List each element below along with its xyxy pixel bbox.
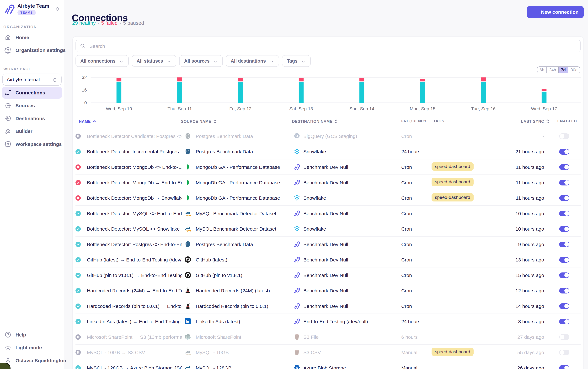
organization-nav: HomeOrganization settings: [0, 31, 64, 56]
sidebar-item-organization-settings[interactable]: Organization settings: [2, 44, 62, 56]
table-row[interactable]: LinkedIn Ads (latest) → End-to-End Testi…: [75, 314, 581, 329]
enabled-toggle[interactable]: [559, 319, 569, 324]
enabled-toggle[interactable]: [559, 195, 569, 201]
filter-dropdown-tags[interactable]: Tags: [282, 55, 311, 67]
source-name: MongoDb GA - Performance Database: [196, 164, 288, 170]
table-row[interactable]: Bottleneck Detector: MongoDb → End-to-En…: [75, 175, 581, 190]
connection-name[interactable]: Bottleneck Detector: MongoDb → End-to-En…: [87, 180, 182, 185]
sidebar-item-workspace-settings[interactable]: Workspace settings: [2, 138, 62, 150]
connection-name[interactable]: Bottleneck Detector: MySQL <> End-to-End…: [87, 211, 182, 216]
table-row[interactable]: Bottleneck Detector: MySQL <> End-to-End…: [75, 206, 581, 221]
connection-name[interactable]: LinkedIn Ads (latest) → End-to-End Testi…: [87, 319, 182, 324]
enabled-toggle[interactable]: [559, 242, 569, 247]
sidebar-item-connections[interactable]: Connections: [2, 87, 62, 99]
sidebar-item-label: Help: [16, 332, 26, 338]
enabled-toggle[interactable]: [559, 211, 569, 216]
destination-name: Snowflake: [303, 226, 396, 232]
connection-name[interactable]: GitHub (latest) → End-to-End Testing (/d…: [87, 257, 182, 263]
hardcoded-icon: [184, 287, 191, 294]
table-row[interactable]: Bottleneck Detector: Postgres <> End-to-…: [75, 236, 581, 252]
sidebar-item-builder[interactable]: Builder: [2, 125, 62, 137]
column-label: NAME: [79, 119, 91, 124]
connection-name[interactable]: MySQL - 128GB → Azure Blob Storage JSOn …: [87, 365, 182, 369]
connection-name[interactable]: Hardcoded Records (24M) → End-to-End Te.…: [87, 288, 182, 294]
column-header-destination-name[interactable]: DESTINATION NAME: [292, 119, 338, 124]
time-range-30d[interactable]: 30d: [568, 67, 580, 73]
connection-name[interactable]: Microsoft SharePoint → S3 (13mb performa…: [87, 334, 182, 340]
frequency: Cron: [401, 195, 431, 201]
table-row[interactable]: GitHub (latest) → End-to-End Testing (/d…: [75, 252, 581, 268]
enabled-toggle[interactable]: [559, 334, 569, 340]
filter-dropdown-all-connections[interactable]: All connections: [75, 55, 129, 67]
enabled-toggle[interactable]: [559, 180, 569, 185]
sidebar-item-octavia-squiddington[interactable]: Octavia Squiddington: [2, 355, 62, 366]
enabled-toggle[interactable]: [559, 349, 569, 355]
column-header-last-sync[interactable]: LAST SYNC: [521, 119, 550, 124]
time-range-24h[interactable]: 24h: [547, 67, 558, 73]
new-connection-button[interactable]: New connection: [527, 6, 584, 18]
connection-name[interactable]: Bottleneck Detector: Postgres <> End-to-…: [87, 242, 182, 247]
frequency: Cron: [401, 288, 431, 294]
sidebar-item-sources[interactable]: Sources: [2, 100, 62, 112]
connections-card: All connectionsAll statusesAll sourcesAl…: [72, 36, 584, 369]
table-row[interactable]: Bottleneck Detector: MongoDb → Snowflake…: [75, 190, 581, 206]
gear-icon: [5, 141, 11, 147]
connection-name[interactable]: Bottleneck Detector: MongoDb <> End-to-E…: [87, 164, 182, 170]
airbyte-logo-icon: [4, 3, 15, 15]
destination-icon: [5, 115, 11, 122]
enabled-toggle[interactable]: [559, 288, 569, 294]
sidebar-item-destinations[interactable]: Destinations: [2, 113, 62, 124]
time-range-7d[interactable]: 7d: [558, 67, 568, 73]
last-sync: 26 days ago: [488, 365, 544, 369]
filter-dropdown-all-destinations[interactable]: All destinations: [226, 55, 279, 67]
table-row[interactable]: Bottleneck Detector Candidate: Postgres …: [75, 129, 581, 144]
column-header-source-name[interactable]: SOURCE NAME: [181, 119, 217, 124]
enabled-toggle[interactable]: [559, 365, 569, 369]
organization-section-label: ORGANIZATION: [3, 25, 64, 29]
connection-name[interactable]: MySQL - 10GB → S3 CSV: [87, 349, 182, 355]
destination-name: Azure Blob Storage: [303, 365, 396, 369]
enabled-toggle[interactable]: [559, 149, 569, 154]
enabled-toggle[interactable]: [559, 303, 569, 309]
connection-name[interactable]: Hardcoded Records (pin to 0.0.1) → End-t…: [87, 303, 182, 309]
column-header-name[interactable]: NAME: [79, 119, 97, 124]
search-input[interactable]: [89, 40, 578, 52]
sidebar-item-help[interactable]: Help: [2, 329, 62, 340]
table-row[interactable]: Hardcoded Records (pin to 0.0.1) → End-t…: [75, 298, 581, 314]
sidebar-item-label: Sources: [16, 103, 35, 108]
connection-name[interactable]: Bottleneck Detector: Incremental Postgre…: [87, 149, 182, 154]
svg-text:MySQL: MySQL: [186, 230, 191, 232]
source-icon: [5, 102, 11, 109]
table-row[interactable]: GitHub (pin to v1.8.1) → End-to-End Test…: [75, 267, 581, 283]
filter-dropdown-all-statuses[interactable]: All statuses: [132, 55, 176, 67]
table-row[interactable]: Microsoft SharePoint → S3 (13mb performa…: [75, 329, 581, 345]
s3-icon: [294, 333, 300, 340]
connection-name[interactable]: Bottleneck Detector Candidate: Postgres …: [87, 133, 182, 139]
frequency: Manual: [401, 349, 431, 355]
connection-name[interactable]: Bottleneck Detector: MySQL <> Snowflake: [87, 226, 182, 232]
table-row[interactable]: Hardcoded Records (24M) → End-to-End Te.…: [75, 283, 581, 298]
table-row[interactable]: MySQL - 128GB → Azure Blob Storage JSOn …: [75, 360, 581, 369]
org-switcher[interactable]: Airbyte Team TEAMS: [0, 0, 64, 19]
time-range-6h[interactable]: 6h: [538, 67, 547, 73]
filter-dropdown-all-sources[interactable]: All sources: [179, 55, 223, 67]
enabled-toggle[interactable]: [559, 226, 569, 232]
table-row[interactable]: Bottleneck Detector: Incremental Postgre…: [75, 144, 581, 159]
workspace-selector[interactable]: Airbyte Internal: [2, 73, 61, 86]
table-row[interactable]: Bottleneck Detector: MySQL <> SnowflakeM…: [75, 221, 581, 237]
enabled-toggle[interactable]: [559, 272, 569, 278]
filter-row: All connectionsAll statusesAll sourcesAl…: [75, 55, 311, 67]
sidebar-item-home[interactable]: Home: [2, 31, 62, 43]
sidebar-item-light-mode[interactable]: Light mode: [2, 342, 62, 353]
table-row[interactable]: MySQL - 10GB → S3 CSVMySQLMySQL - 10GBS3…: [75, 345, 581, 360]
table-row[interactable]: Bottleneck Detector: MongoDb <> End-to-E…: [75, 159, 581, 175]
enabled-toggle[interactable]: [559, 164, 569, 170]
connection-name[interactable]: Bottleneck Detector: MongoDb → Snowflake: [87, 195, 182, 201]
enabled-toggle[interactable]: [559, 133, 569, 139]
status-success-icon: [75, 288, 81, 293]
enabled-toggle[interactable]: [559, 257, 569, 263]
destination-name: BigQuery (GCS Staging): [303, 133, 396, 139]
sort-icon: [546, 119, 550, 124]
column-label: ENABLED: [557, 119, 577, 123]
connection-name[interactable]: GitHub (pin to v1.8.1) → End-to-End Test…: [87, 272, 182, 278]
